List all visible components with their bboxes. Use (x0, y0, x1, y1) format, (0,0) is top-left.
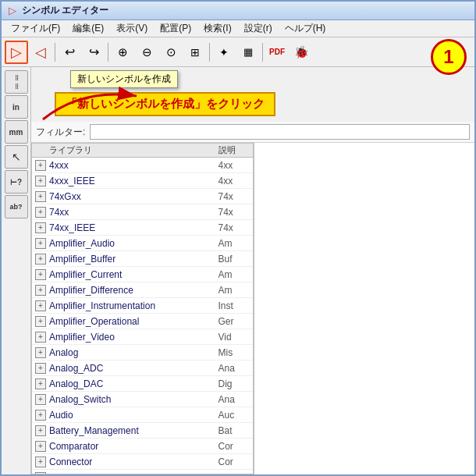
main-window: ▷ シンボル エディター ファイル(F) 編集(E) 表示(V) 配置(P) 検… (0, 0, 476, 476)
lib-name: Analog_ADC (49, 363, 218, 374)
expand-icon[interactable]: + (35, 207, 46, 218)
list-item[interactable]: + Amplifier_Audio Am (32, 236, 253, 251)
list-item[interactable]: + Comparator Cor (32, 439, 253, 454)
expand-icon[interactable]: + (35, 269, 46, 280)
list-item[interactable]: + Amplifier_Operational Ger (32, 314, 253, 329)
lib-name: Analog_Switch (49, 394, 218, 405)
lib-short: 74x (218, 207, 250, 218)
expand-icon[interactable]: + (35, 222, 46, 233)
menu-edit[interactable]: 編集(E) (66, 20, 110, 37)
menu-file[interactable]: ファイル(F) (5, 20, 66, 37)
lib-short: 74x (218, 191, 250, 202)
list-item[interactable]: + Amplifier_Current Am (32, 267, 253, 282)
lib-name: Amplifier_Instrumentation (49, 300, 218, 311)
list-item[interactable]: + 4xxx 4xx (32, 158, 253, 173)
expand-icon[interactable]: + (35, 254, 46, 265)
grid-button[interactable]: ⁞⁞⁞⁞ (5, 70, 28, 94)
expand-icon[interactable]: + (35, 378, 46, 389)
title-text: シンボル エディター (22, 4, 108, 17)
list-item[interactable]: + 74xGxx 74x (32, 189, 253, 204)
lib-short: Auc (218, 410, 250, 421)
lib-name: Connector_Generic (49, 472, 218, 475)
expand-icon[interactable]: + (35, 347, 46, 358)
expand-icon[interactable]: + (35, 441, 46, 452)
list-item[interactable]: + Analog_DAC Dig (32, 376, 253, 392)
export-pdf-button[interactable]: PDF (265, 41, 289, 64)
expand-icon[interactable]: + (35, 394, 46, 405)
expand-icon[interactable]: + (35, 285, 46, 296)
library-list: ライブラリ 説明 + 4xxx 4xx + 4xxx_IEEE 4xx (31, 143, 254, 474)
list-item[interactable]: + Amplifier_Instrumentation Inst (32, 298, 253, 314)
menu-settings[interactable]: 設定(r) (238, 20, 279, 37)
menu-inspect[interactable]: 検索(I) (197, 20, 237, 37)
list-item[interactable]: + Amplifier_Difference Am (32, 282, 253, 298)
list-item[interactable]: + Analog Mis (32, 345, 253, 361)
content-area: 新しいシンボルを作成 「新しいシンボルを作成」をクリック フィルター: (31, 67, 474, 474)
list-item[interactable]: + Amplifier_Video Vid (32, 329, 253, 345)
title-icon: ▷ (6, 5, 19, 17)
expand-icon[interactable]: + (35, 332, 46, 343)
separator3 (209, 43, 210, 62)
expand-icon[interactable]: + (35, 238, 46, 249)
expand-icon[interactable]: + (35, 472, 46, 475)
tool1-button[interactable]: ✦ (212, 41, 236, 64)
list-item[interactable]: + Connector_Generic Ger (32, 470, 253, 474)
lib-short: 74x (218, 222, 250, 233)
list-item[interactable]: + 74xx_IEEE 74x (32, 220, 253, 236)
expand-icon[interactable]: + (35, 191, 46, 202)
expand-icon[interactable]: + (35, 300, 46, 311)
open-button[interactable]: ◁ (29, 41, 52, 64)
lib-name: Amplifier_Buffer (49, 254, 218, 265)
inch-button[interactable]: in (5, 95, 28, 119)
list-item[interactable]: + Amplifier_Buffer Buf (32, 251, 253, 267)
undo-button[interactable]: ↩ (58, 41, 81, 64)
redo-button[interactable]: ↪ (82, 41, 105, 64)
text-button[interactable]: ab? (5, 195, 28, 218)
lib-short: Ana (218, 363, 250, 374)
cursor-button[interactable]: ↖ (5, 145, 28, 169)
lib-short: Ger (218, 316, 250, 327)
zoom-in-button[interactable]: ⊕ (111, 41, 134, 64)
canvas-area[interactable] (254, 143, 475, 474)
title-bar: ▷ シンボル エディター (2, 2, 474, 20)
pin-button[interactable]: ⊢? (5, 170, 28, 194)
expand-icon[interactable]: + (35, 176, 46, 186)
main-area: ⁞⁞⁞⁞ in mm ↖ ⊢? ab? (2, 67, 474, 474)
menu-help[interactable]: ヘルプ(H) (279, 20, 332, 37)
list-item[interactable]: + Connector Cor (32, 454, 253, 470)
tooltip-popup: 新しいシンボルを作成 (70, 70, 178, 88)
list-item[interactable]: + 74xx 74x (32, 204, 253, 220)
expand-icon[interactable]: + (35, 456, 46, 467)
zoom-out-button[interactable]: ⊖ (135, 41, 158, 64)
expand-icon[interactable]: + (35, 410, 46, 421)
new-symbol-button[interactable]: ▷ (5, 41, 28, 64)
lib-name: Audio (49, 410, 218, 421)
list-item[interactable]: + 4xxx_IEEE 4xx (32, 173, 253, 189)
lib-name: Comparator (49, 441, 218, 452)
zoom-area-button[interactable]: ⊞ (183, 41, 207, 64)
lib-name: Amplifier_Difference (49, 285, 218, 296)
expand-icon[interactable]: + (35, 316, 46, 327)
zoom-fit-button[interactable]: ⊙ (159, 41, 183, 64)
menu-view[interactable]: 表示(V) (110, 20, 154, 37)
mm-button[interactable]: mm (5, 120, 28, 144)
filter-label: フィルター: (36, 126, 85, 139)
left-sidebar: ⁞⁞⁞⁞ in mm ↖ ⊢? ab? (2, 67, 31, 474)
tool2-button[interactable]: ▦ (236, 41, 260, 64)
debug-button[interactable]: 🐞 (290, 41, 313, 64)
lib-short: Am (218, 269, 250, 280)
list-item[interactable]: + Analog_ADC Ana (32, 361, 253, 376)
red-arrow (35, 84, 176, 127)
lib-short: 4xx (218, 176, 250, 186)
menu-bar: ファイル(F) 編集(E) 表示(V) 配置(P) 検索(I) 設定(r) ヘル… (2, 20, 474, 37)
list-item[interactable]: + Audio Auc (32, 407, 253, 423)
menu-place[interactable]: 配置(P) (154, 20, 197, 37)
step-badge: 1 (431, 39, 467, 75)
expand-icon[interactable]: + (35, 363, 46, 374)
filter-input[interactable] (90, 124, 470, 140)
list-item[interactable]: + Battery_Management Bat (32, 423, 253, 439)
lib-name: 74xx (49, 207, 218, 218)
expand-icon[interactable]: + (35, 425, 46, 436)
list-item[interactable]: + Analog_Switch Ana (32, 392, 253, 407)
expand-icon[interactable]: + (35, 160, 46, 171)
